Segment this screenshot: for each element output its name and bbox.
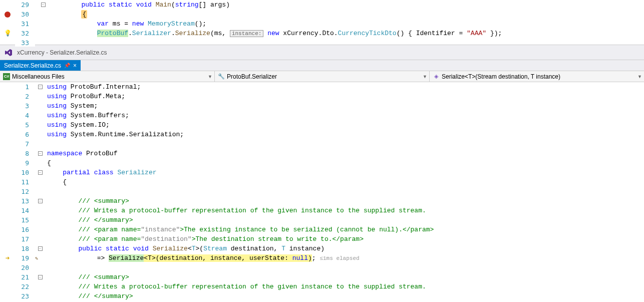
- collapse-icon[interactable]: −: [38, 199, 43, 203]
- code-text[interactable]: partial class Serializer: [45, 169, 644, 176]
- code-line[interactable]: 17 /// <param name="destination">The des…: [0, 234, 644, 244]
- code-line[interactable]: 20: [0, 263, 644, 272]
- code-line[interactable]: 1−using ProtoBuf.Internal;: [0, 82, 644, 92]
- line-number: 4: [15, 112, 35, 119]
- code-line[interactable]: 29− public static void Main(string[] arg…: [0, 0, 644, 10]
- code-text[interactable]: /// <param name="instance">The existing …: [45, 226, 644, 233]
- outline-margin: −: [35, 151, 45, 156]
- code-line[interactable]: 6using System.Runtime.Serialization;: [0, 130, 644, 139]
- code-line[interactable]: 5using System.IO;: [0, 120, 644, 130]
- line-number: 19: [15, 254, 35, 262]
- nav-member[interactable]: ◈ Serialize<T>(Stream destination, T ins…: [430, 71, 644, 82]
- line-number: 20: [15, 264, 35, 271]
- code-line[interactable]: 23 /// </summary>: [0, 291, 644, 301]
- code-text[interactable]: public static void Main(string[] args): [48, 1, 644, 9]
- code-text[interactable]: using System.Runtime.Serialization;: [45, 131, 644, 138]
- line-number: 7: [15, 140, 35, 148]
- code-line[interactable]: 8−namespace ProtoBuf: [0, 149, 644, 158]
- outline-margin: −: [35, 85, 45, 89]
- code-line[interactable]: 2using ProtoBuf.Meta;: [0, 92, 644, 101]
- code-line[interactable]: 31 var ms = new MemoryStream();: [0, 19, 644, 29]
- code-line[interactable]: 16 /// <param name="instance">The existi…: [0, 225, 644, 234]
- top-code-pane: 29− public static void Main(string[] arg…: [0, 0, 644, 45]
- code-line[interactable]: 11 {: [0, 177, 644, 187]
- line-number: 1: [15, 83, 35, 91]
- code-line[interactable]: 15 /// </summary>: [0, 215, 644, 225]
- code-text[interactable]: /// <summary>: [45, 197, 644, 205]
- line-number: 8: [15, 150, 35, 157]
- outline-margin: −: [35, 170, 45, 175]
- line-number: 23: [15, 292, 35, 300]
- collapse-icon[interactable]: −: [38, 151, 43, 156]
- code-text[interactable]: using ProtoBuf.Internal;: [45, 83, 644, 91]
- outline-margin: −: [35, 199, 45, 203]
- line-number: 14: [15, 207, 35, 214]
- collapse-icon[interactable]: −: [38, 170, 43, 175]
- collapse-icon[interactable]: −: [38, 246, 43, 251]
- code-line[interactable]: 14 /// Writes a protocol-buffer represen…: [0, 206, 644, 215]
- line-number: 3: [15, 102, 35, 110]
- line-number: 2: [15, 93, 35, 100]
- lightbulb-icon[interactable]: 💡: [4, 30, 12, 37]
- code-text[interactable]: {: [48, 11, 644, 18]
- line-number: 11: [15, 178, 35, 186]
- code-text[interactable]: var ms = new MemoryStream();: [48, 20, 644, 28]
- vs-logo-icon: [4, 48, 13, 57]
- code-text[interactable]: => Serialize<T>(destination, instance, u…: [48, 254, 644, 262]
- line-number: 17: [15, 235, 35, 243]
- code-line[interactable]: 22 /// Writes a protocol-buffer represen…: [0, 282, 644, 291]
- nav-class[interactable]: 🔧 ProtoBuf.Serializer ▼: [215, 71, 430, 82]
- class-icon: 🔧: [218, 73, 225, 80]
- code-line[interactable]: 3using System;: [0, 101, 644, 111]
- collapse-icon[interactable]: −: [38, 275, 43, 279]
- code-text[interactable]: /// <param name="destination">The destin…: [45, 235, 644, 243]
- code-text[interactable]: /// <summary>: [45, 273, 644, 281]
- collapse-icon[interactable]: −: [41, 3, 46, 7]
- code-line[interactable]: 12: [0, 187, 644, 196]
- tab-serializer-cs[interactable]: Serializer.Serialize.cs 📌 ×: [0, 60, 81, 71]
- pin-icon[interactable]: 📌: [64, 63, 70, 68]
- code-text[interactable]: using System;: [45, 102, 644, 110]
- code-text[interactable]: using System.IO;: [45, 121, 644, 129]
- code-text[interactable]: public static void Serialize<T>(Stream d…: [45, 245, 644, 252]
- code-text[interactable]: {: [45, 159, 644, 167]
- code-text[interactable]: /// </summary>: [45, 292, 644, 300]
- chevron-down-icon: ▼: [637, 74, 642, 79]
- line-number: 10: [15, 169, 35, 176]
- breakpoint-icon[interactable]: [5, 12, 11, 18]
- outline-margin: −: [35, 246, 45, 251]
- code-line[interactable]: 18− public static void Serialize<T>(Stre…: [0, 244, 644, 253]
- code-text[interactable]: {: [45, 178, 644, 186]
- nav-project-label: Miscellaneous Files: [12, 73, 65, 80]
- code-text[interactable]: /// Writes a protocol-buffer representat…: [45, 283, 644, 290]
- code-text[interactable]: /// </summary>: [45, 216, 644, 224]
- code-line[interactable]: 30 {: [0, 10, 644, 19]
- code-line[interactable]: 4using System.Buffers;: [0, 111, 644, 120]
- line-number: 29: [15, 1, 35, 9]
- code-text[interactable]: using ProtoBuf.Meta;: [45, 93, 644, 100]
- code-line[interactable]: 10− partial class Serializer: [0, 168, 644, 177]
- line-number: 13: [15, 197, 35, 205]
- csharp-icon: C#: [3, 73, 10, 80]
- close-icon[interactable]: ×: [73, 62, 77, 69]
- code-text[interactable]: namespace ProtoBuf: [45, 150, 644, 157]
- code-line[interactable]: 💡32 ProtoBuf.Serializer.Serialize(ms, in…: [0, 29, 644, 38]
- code-line[interactable]: 9{: [0, 158, 644, 168]
- collapse-icon[interactable]: −: [38, 85, 43, 89]
- code-line[interactable]: 13− /// <summary>: [0, 196, 644, 206]
- nav-class-label: ProtoBuf.Serializer: [227, 73, 277, 80]
- code-line[interactable]: 21− /// <summary>: [0, 272, 644, 282]
- code-text[interactable]: /// Writes a protocol-buffer representat…: [45, 207, 644, 214]
- code-line[interactable]: 7: [0, 139, 644, 149]
- line-number: 16: [15, 226, 35, 233]
- line-number: 12: [15, 188, 35, 195]
- line-number: 33: [15, 39, 35, 47]
- outline-margin: −: [38, 3, 48, 7]
- code-text[interactable]: ProtoBuf.Serializer.Serialize(ms, instan…: [48, 30, 644, 37]
- navigation-bar: C# Miscellaneous Files ▼ 🔧 ProtoBuf.Seri…: [0, 71, 644, 82]
- nav-project[interactable]: C# Miscellaneous Files ▼: [0, 71, 215, 82]
- code-line[interactable]: ➜19✎ => Serialize<T>(destination, instan…: [0, 253, 644, 263]
- code-text[interactable]: using System.Buffers;: [45, 112, 644, 119]
- title-text: xCurrency - Serializer.Serialize.cs: [17, 49, 107, 56]
- code-line[interactable]: 33: [0, 38, 644, 48]
